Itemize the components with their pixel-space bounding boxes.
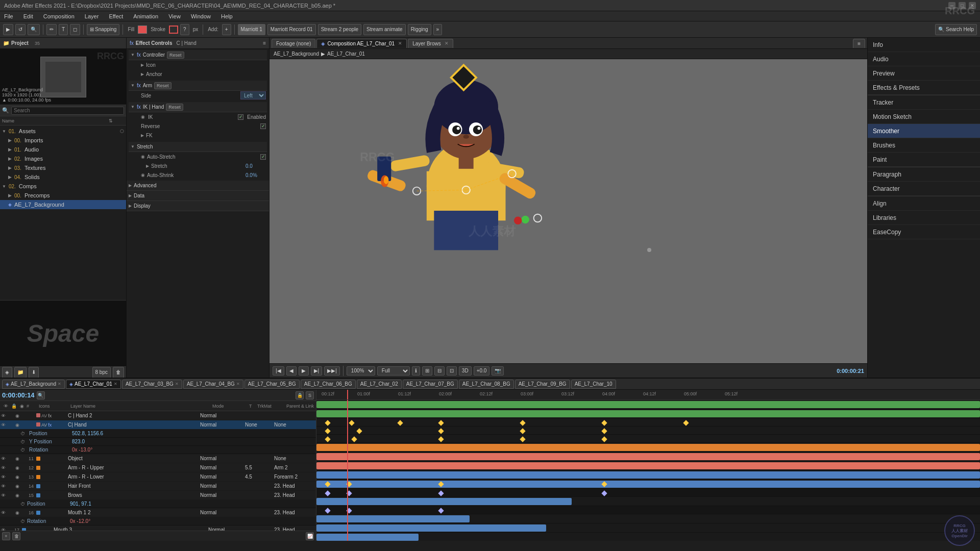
stream2-btn[interactable]: Stream 2 people: [318, 24, 361, 35]
timeline-ruler[interactable]: 00:12f 01:00f 01:12f 02:00f 02:12f 03:00…: [316, 390, 980, 400]
right-panel-info[interactable]: Info: [868, 38, 980, 52]
tl-tab-char03bg-close[interactable]: ✕: [175, 382, 179, 386]
track-bar-mouth12[interactable]: [316, 498, 572, 505]
right-panel-brushes[interactable]: Brushes: [868, 138, 980, 153]
menu-effect[interactable]: Effect: [107, 13, 125, 20]
effects-menu-btn[interactable]: ≡: [263, 40, 266, 46]
comp-tab-close[interactable]: ✕: [398, 41, 402, 46]
track-bar-arm-upper[interactable]: [316, 453, 980, 460]
prop-val-rotation[interactable]: 0x -13.0°: [72, 447, 92, 453]
layer-solo-15[interactable]: ◉: [15, 493, 21, 498]
track-bar-brows[interactable]: [316, 481, 980, 488]
right-panel-smoother[interactable]: Smoother: [868, 124, 980, 138]
fx-stretch-value[interactable]: 0.0: [246, 163, 266, 169]
tool-rotate[interactable]: ↺: [15, 24, 26, 35]
rigging-btn[interactable]: Rigging: [408, 24, 431, 35]
prop-val-ypos[interactable]: 823.0: [72, 439, 85, 444]
tl-search-btn[interactable]: 🔍: [37, 391, 45, 399]
prop-val-position[interactable]: 502.8, 1156.6: [72, 431, 103, 436]
fx-icon-row[interactable]: ▶ Icon: [129, 60, 267, 69]
search-btn[interactable]: 🔍 Search Help: [935, 24, 977, 35]
marriott1-btn[interactable]: Marriott 1: [238, 24, 265, 35]
tree-item-assets[interactable]: 01. Assets ⬡: [0, 127, 126, 136]
new-folder-btn[interactable]: 📁: [14, 367, 27, 378]
project-search-input[interactable]: [11, 107, 124, 115]
prop-stopwatch-rot[interactable]: ⏱: [20, 447, 25, 453]
layer-solo-11[interactable]: ◉: [15, 456, 21, 461]
bit-depth-btn[interactable]: 8 bpc: [92, 367, 111, 378]
track-bar-chand[interactable]: [316, 410, 980, 417]
fx-stretch-header[interactable]: ▼ Stretch: [129, 142, 267, 152]
autostretch-checkbox[interactable]: [260, 154, 266, 160]
prop-stopwatch-browspos[interactable]: ⏱: [20, 502, 25, 507]
layer-eye-11[interactable]: 👁: [1, 456, 7, 461]
delete-btn[interactable]: 🗑: [113, 367, 124, 378]
right-panel-motion-sketch[interactable]: Motion Sketch: [868, 110, 980, 124]
right-panel-audio[interactable]: Audio: [868, 52, 980, 66]
tl-tab-char04bg-close[interactable]: ✕: [236, 382, 240, 386]
tl-tab-bg-close[interactable]: ✕: [58, 382, 61, 386]
layer-eye-2[interactable]: 👁: [1, 422, 7, 428]
tl-delete-layer-btn[interactable]: 🗑: [12, 532, 20, 540]
new-comp-btn[interactable]: ◈: [2, 367, 12, 378]
fx-display-header[interactable]: ▶ Display: [127, 201, 269, 211]
right-panel-preview[interactable]: Preview: [868, 66, 980, 81]
fx-anchor-row[interactable]: ▶ Anchor: [129, 69, 267, 79]
menu-animation[interactable]: Animation: [131, 13, 160, 20]
ik-checkbox[interactable]: [238, 114, 243, 120]
tl-tab-char09bg[interactable]: AE_L7_Char_09_BG: [515, 380, 570, 389]
layer-hair-front[interactable]: 👁 ◉ 14 Hair Front Normal 23. Head: [0, 482, 316, 491]
tl-tab-char01-close[interactable]: ✕: [114, 382, 117, 386]
prop-stopwatch-pos[interactable]: ⏱: [20, 431, 25, 436]
layer-eye-16[interactable]: 👁: [1, 510, 7, 515]
tree-item-bg-comp[interactable]: ◈ AE_L7_Background: [0, 200, 126, 209]
layer-chand2[interactable]: 👁 ◉ AV fx C | Hand 2 Normal: [0, 411, 316, 420]
tl-tab-char05bg[interactable]: AE_L7_Char_05_BG: [244, 380, 300, 389]
viewer-exposure-btn[interactable]: +0.0: [474, 366, 490, 375]
tree-item-images[interactable]: ▶ 02. Images: [0, 154, 126, 163]
right-panel-easecopy[interactable]: EaseCopy: [868, 225, 980, 239]
layer-arm-r-upper[interactable]: 👁 ◉ 12 Arm - R - Upper Normal 5.5 Arm 2: [0, 463, 316, 472]
tool-pen[interactable]: ✏: [46, 24, 57, 35]
tl-tab-char01[interactable]: ◈ AE_L7_Char_01 ✕: [66, 380, 121, 389]
tl-tab-char04bg[interactable]: AE_L7_Char_04_BG ✕: [183, 380, 243, 389]
tool-select[interactable]: ▶: [3, 24, 13, 35]
layer-solo-1[interactable]: ◉: [15, 413, 21, 418]
timeline-timecode[interactable]: 0:00:00:14: [2, 391, 35, 399]
stream-animate-btn[interactable]: Stream animate: [363, 24, 406, 35]
breadcrumb-bg[interactable]: AE_L7_Background: [274, 51, 319, 57]
more-btn[interactable]: »: [433, 24, 443, 35]
reverse-checkbox[interactable]: [260, 123, 266, 129]
layer-eye-14[interactable]: 👁: [1, 484, 7, 489]
viewer-camera-btn[interactable]: 📷: [492, 366, 504, 375]
layer-solo-16[interactable]: ◉: [15, 510, 21, 515]
tl-tab-bg[interactable]: ◈ AE_L7_Background ✕: [2, 380, 65, 389]
prop-stopwatch-mouthrot[interactable]: ⏱: [20, 519, 25, 524]
right-panel-align[interactable]: Align: [868, 196, 980, 211]
viewer-playback-play[interactable]: ▶: [299, 366, 309, 375]
layer-solo-13[interactable]: ◉: [15, 474, 21, 480]
menu-help[interactable]: Help: [219, 13, 235, 20]
prop-val-browspos[interactable]: 901, 97.1: [70, 501, 91, 507]
track-bar-mouth1[interactable]: [316, 534, 419, 541]
fx-side-select[interactable]: Left Right: [240, 91, 266, 99]
layer-tab-close[interactable]: ✕: [445, 41, 449, 46]
layer-eye-15[interactable]: 👁: [1, 493, 7, 498]
tab-layer[interactable]: Layer Brows ✕: [408, 39, 453, 48]
fx-advanced-header[interactable]: ▶ Advanced: [127, 181, 269, 191]
track-bar-hair[interactable]: [316, 471, 980, 479]
tl-lock-btn[interactable]: 🔒: [296, 391, 304, 399]
fx-autoshrink-value[interactable]: 0.0%: [246, 172, 266, 178]
layer-chand[interactable]: 👁 ◉ AV fx C| Hand Normal None N: [0, 420, 316, 430]
marriott-record-btn[interactable]: Marriott Record 01: [267, 24, 316, 35]
tree-item-textures[interactable]: ▶ 03. Textures: [0, 163, 126, 172]
right-panel-tracker[interactable]: Tracker: [868, 95, 980, 110]
tl-tab-char10[interactable]: AE_L7_Char_10: [571, 380, 616, 389]
tl-tab-char08bg[interactable]: AE_L7_Char_08_BG: [459, 380, 514, 389]
fx-data-header[interactable]: ▶ Data: [127, 191, 269, 201]
tool-zoom[interactable]: 🔍: [28, 24, 40, 35]
layer-arm-r-lower[interactable]: 👁 ◉ 13 Arm - R - Lower Normal 4.5 Forear…: [0, 472, 316, 482]
import-btn[interactable]: ⬇: [29, 367, 39, 378]
layer-solo-14[interactable]: ◉: [15, 484, 21, 489]
ikhand-reset-btn[interactable]: Reset: [166, 104, 183, 111]
